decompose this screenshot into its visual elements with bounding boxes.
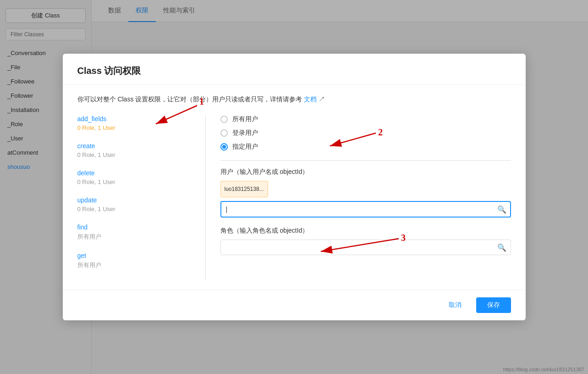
permission-delete[interactable]: delete 0 Role, 1 User <box>77 169 191 185</box>
user-tag-area: luo183125138... <box>220 181 511 197</box>
permission-add-fields[interactable]: add_fields 0 Role, 1 User <box>77 115 191 131</box>
permission-find[interactable]: find 所有用户 <box>77 223 191 241</box>
permission-get[interactable]: get 所有用户 <box>77 252 191 269</box>
divider-1 <box>220 160 511 161</box>
search-icon: 🔍 <box>497 205 506 214</box>
dialog-description: 你可以对整个 Class 设置权限，让它对（部分）用户只读或者只写，详情请参考 … <box>77 94 511 104</box>
save-button[interactable]: 保存 <box>476 297 511 313</box>
permission-find-value: 所有用户 <box>77 233 191 241</box>
permission-get-value: 所有用户 <box>77 261 191 269</box>
permission-update-label: update <box>77 196 191 204</box>
permission-get-label: get <box>77 252 191 259</box>
permission-add-fields-value: 0 Role, 1 User <box>77 124 191 131</box>
modal-overlay[interactable]: Class 访问权限 你可以对整个 Class 设置权限，让它对（部分）用户只读… <box>0 0 588 374</box>
radio-group: 所有用户 登录用户 指定用户 <box>220 115 511 151</box>
dialog: Class 访问权限 你可以对整个 Class 设置权限，让它对（部分）用户只读… <box>63 54 526 320</box>
permission-add-fields-label: add_fields <box>77 115 191 123</box>
user-search-wrapper: 🔍 <box>220 201 511 218</box>
role-search-icon: 🔍 <box>497 243 506 252</box>
dialog-content: add_fields 0 Role, 1 User create 0 Role,… <box>77 115 511 280</box>
radio-all-users-label: 所有用户 <box>232 115 258 123</box>
right-panel: 所有用户 登录用户 指定用户 用户（输入用户名或 objectI <box>206 115 511 280</box>
radio-logged-users[interactable]: 登录用户 <box>220 129 511 137</box>
radio-specific-users-label: 指定用户 <box>232 143 258 151</box>
radio-all-users-circle <box>220 116 228 123</box>
dialog-header: Class 访问权限 <box>63 54 526 85</box>
permission-list: add_fields 0 Role, 1 User create 0 Role,… <box>77 115 206 280</box>
user-tag: luo183125138... <box>220 181 268 197</box>
doc-link[interactable]: 文档 <box>304 95 317 103</box>
dialog-footer: 取消 保存 <box>63 290 526 320</box>
radio-logged-users-circle <box>220 129 228 137</box>
permission-create[interactable]: create 0 Role, 1 User <box>77 142 191 158</box>
radio-all-users[interactable]: 所有用户 <box>220 115 511 123</box>
permission-update-value: 0 Role, 1 User <box>77 206 191 212</box>
permission-delete-value: 0 Role, 1 User <box>77 179 191 185</box>
dialog-body: 你可以对整个 Class 设置权限，让它对（部分）用户只读或者只写，详情请参考 … <box>63 85 526 290</box>
user-tag-text: luo183125138... <box>225 186 264 192</box>
user-field-label: 用户（输入用户名或 objectId） <box>220 168 511 176</box>
permission-create-value: 0 Role, 1 User <box>77 151 191 158</box>
user-search-input[interactable] <box>220 201 511 218</box>
role-field-label: 角色（输入角色名或 objectId） <box>220 227 511 235</box>
permission-delete-label: delete <box>77 169 191 177</box>
dialog-title: Class 访问权限 <box>77 65 511 77</box>
permission-update[interactable]: update 0 Role, 1 User <box>77 196 191 212</box>
permission-find-label: find <box>77 223 191 231</box>
radio-specific-users[interactable]: 指定用户 <box>220 143 511 151</box>
permission-create-label: create <box>77 142 191 150</box>
role-search-input[interactable] <box>220 240 511 255</box>
radio-specific-users-circle <box>220 143 228 151</box>
role-search-wrapper: 🔍 <box>220 240 511 255</box>
cancel-button[interactable]: 取消 <box>440 297 471 313</box>
radio-logged-users-label: 登录用户 <box>232 129 258 137</box>
